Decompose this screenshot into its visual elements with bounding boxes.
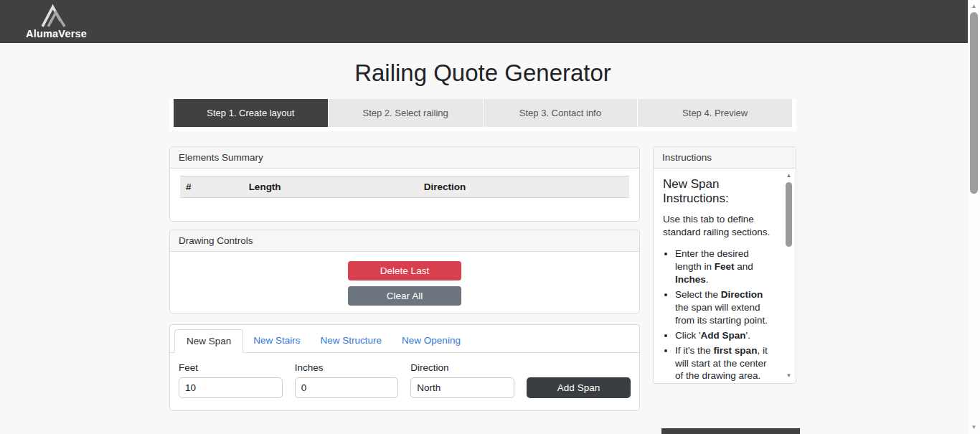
span-form-tabs: New SpanNew StairsNew StructureNew Openi… (170, 325, 639, 353)
summary-column-header: # (180, 176, 243, 198)
feet-input[interactable] (179, 377, 283, 398)
direction-field: Direction (410, 362, 514, 398)
add-span-button[interactable]: Add Span (527, 377, 631, 398)
instructions-scrollbar[interactable]: ▲ ▼ (783, 170, 794, 382)
elements-summary-table: #LengthDirection (180, 176, 629, 198)
main-column: Elements Summary #LengthDirection Drawin… (169, 146, 640, 411)
logo-text: AlumaVerse (26, 29, 82, 39)
offscreen-panel-edge (661, 428, 800, 434)
page-scrollbar-thumb[interactable] (970, 12, 978, 194)
span-form-body: Feet Inches Direction Add Span (170, 353, 639, 398)
direction-select[interactable] (410, 377, 514, 398)
tab-new-stairs[interactable]: New Stairs (243, 329, 310, 352)
summary-header-row: #LengthDirection (180, 176, 629, 198)
instructions-list: Enter the desired length in Feet and Inc… (663, 247, 777, 383)
page-title: Railing Quote Generator (169, 43, 796, 89)
instruction-item: Click 'Add Span'. (675, 329, 777, 342)
inches-field: Inches (295, 362, 399, 398)
instructions-heading: New Span Instructions: (663, 177, 777, 206)
clear-all-button[interactable]: Clear All (348, 286, 461, 306)
instructions-title: Instructions (654, 147, 796, 169)
feet-field: Feet (179, 362, 283, 398)
page-scrollbar[interactable]: ▲ ▼ (968, 0, 980, 434)
step-tab-1[interactable]: Step 1. Create layout (174, 99, 328, 127)
elements-summary-body: #LengthDirection (170, 169, 639, 198)
app-header: AlumaVerse (0, 0, 980, 43)
elements-summary-title: Elements Summary (170, 147, 639, 169)
inches-label: Inches (295, 362, 399, 373)
step-tab-4[interactable]: Step 4. Preview (638, 99, 792, 127)
alumaverse-logo[interactable]: AlumaVerse (26, 4, 82, 39)
new-span-panel: New SpanNew StairsNew StructureNew Openi… (169, 324, 640, 411)
tab-new-opening[interactable]: New Opening (392, 329, 471, 352)
feet-label: Feet (179, 362, 283, 373)
direction-label: Direction (410, 362, 514, 373)
main-row: Elements Summary #LengthDirection Drawin… (169, 146, 796, 411)
scroll-down-icon[interactable]: ▼ (783, 372, 794, 379)
add-span-column: Add Span (527, 362, 631, 398)
instructions-panel: Instructions New Span Instructions: Use … (653, 146, 796, 384)
tab-new-span[interactable]: New Span (174, 329, 243, 353)
summary-column-header: Direction (418, 176, 629, 198)
scroll-down-icon[interactable]: ▼ (968, 424, 980, 431)
step-tab-2[interactable]: Step 2. Select railing (329, 99, 483, 127)
elements-summary-panel: Elements Summary #LengthDirection (169, 146, 640, 222)
drawing-controls-title: Drawing Controls (170, 230, 639, 252)
step-tab-3[interactable]: Step 3. Contact info (484, 99, 638, 127)
instructions-scrollbar-thumb[interactable] (786, 182, 792, 247)
instructions-intro: Use this tab to define standard railing … (663, 213, 777, 239)
page-content: Railing Quote Generator Step 1. Create l… (169, 43, 796, 411)
delete-last-button[interactable]: Delete Last (348, 261, 461, 280)
instruction-item: Enter the desired length in Feet and Inc… (675, 247, 777, 286)
logo-mark-icon (37, 4, 70, 29)
scroll-up-icon[interactable]: ▲ (783, 172, 794, 179)
drawing-controls-body: Delete Last Clear All (170, 252, 639, 306)
drawing-controls-panel: Drawing Controls Delete Last Clear All (169, 230, 640, 313)
instruction-item: If it's the first span, it will start at… (675, 344, 777, 383)
instruction-item: Select the Direction the span will exten… (675, 288, 777, 327)
tab-new-structure[interactable]: New Structure (311, 329, 392, 352)
scroll-up-icon[interactable]: ▲ (968, 3, 980, 10)
instructions-body: New Span Instructions: Use this tab to d… (654, 169, 796, 383)
summary-column-header: Length (243, 176, 418, 198)
step-tabs: Step 1. Create layoutStep 2. Select rail… (169, 99, 796, 131)
inches-input[interactable] (295, 377, 399, 398)
